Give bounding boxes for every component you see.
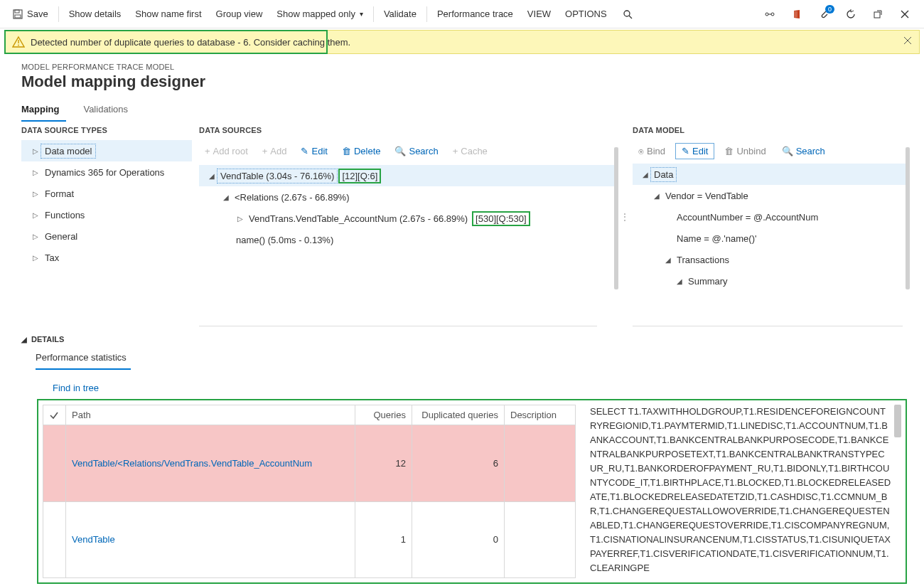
dm-node-data[interactable]: ◢ Data: [633, 164, 910, 185]
expander-icon[interactable]: ▷: [235, 215, 246, 223]
pencil-icon: ✎: [301, 146, 308, 156]
type-format[interactable]: ▷ Format: [21, 183, 192, 204]
ds-node-vendtable[interactable]: ◢ VendTable (3.04s - 76.16%) [12][Q:6]: [199, 165, 618, 186]
edit-label: Edit: [311, 146, 327, 156]
table-row[interactable]: VendTable/<Relations/VendTrans.VendTable…: [43, 425, 576, 502]
scrollbar[interactable]: [614, 147, 618, 289]
dm-node-vendor[interactable]: ◢ Vendor = VendTable: [633, 185, 910, 206]
find-in-tree-label: Find in tree: [53, 383, 99, 393]
expander-icon[interactable]: ◢: [220, 193, 232, 201]
cell-path[interactable]: VendTable/<Relations/VendTrans.VendTable…: [66, 425, 355, 502]
edit-button[interactable]: ✎Edit: [295, 143, 333, 159]
cell-check[interactable]: [43, 425, 66, 502]
type-tax[interactable]: ▷ Tax: [21, 247, 192, 268]
show-mapped-only-button[interactable]: Show mapped only ▾: [269, 0, 370, 28]
scrollbar[interactable]: [894, 405, 901, 437]
type-functions[interactable]: ▷ Functions: [21, 204, 192, 225]
search-button[interactable]: 🔍Search: [389, 143, 444, 159]
delete-label: Delete: [354, 146, 381, 156]
col-path[interactable]: Path: [66, 405, 355, 425]
bind-button[interactable]: ⍟Bind: [633, 144, 671, 159]
expander-icon[interactable]: ▷: [30, 254, 41, 262]
type-general[interactable]: ▷ General: [21, 225, 192, 247]
view-menu[interactable]: VIEW: [520, 0, 558, 28]
dm-edit-button[interactable]: ✎Edit: [675, 143, 714, 159]
table-row[interactable]: VendTable 1 0: [43, 501, 576, 578]
dm-search-button[interactable]: 🔍Search: [776, 144, 831, 159]
options-menu[interactable]: OPTIONS: [558, 0, 614, 28]
save-button[interactable]: Save: [6, 0, 55, 28]
expander-icon[interactable]: ◢: [206, 172, 217, 180]
ds-node-suffix-highlight: [530][Q:530]: [472, 211, 530, 226]
show-name-first-button[interactable]: Show name first: [128, 0, 208, 28]
search-icon: 🔍: [782, 146, 793, 156]
warning-banner: Detected number of duplicate queries to …: [4, 30, 920, 54]
ds-node-relations[interactable]: ◢ <Relations (2.67s - 66.89%): [199, 186, 618, 208]
add-button: +Add: [257, 143, 293, 159]
expander-icon[interactable]: ▷: [30, 147, 41, 155]
add-root-button: +Add root: [199, 143, 254, 159]
attachment-badge: 0: [825, 5, 834, 14]
cell-queries: 1: [355, 501, 412, 578]
office-icon-button[interactable]: [783, 0, 810, 28]
svg-point-15: [18, 45, 19, 46]
cell-path[interactable]: VendTable: [66, 501, 355, 578]
expander-icon[interactable]: ▷: [30, 190, 41, 198]
type-data-model[interactable]: ▷ Data model: [21, 140, 192, 161]
scrollbar[interactable]: [906, 147, 910, 289]
expander-icon[interactable]: ◢: [651, 192, 662, 200]
type-d365[interactable]: ▷ Dynamics 365 for Operations: [21, 161, 192, 183]
delete-button[interactable]: 🗑Delete: [336, 143, 387, 159]
dm-node-label: AccountNumber = @.AccountNum: [674, 211, 821, 224]
cell-dup: 0: [412, 501, 505, 578]
expander-icon[interactable]: ◢: [640, 171, 651, 179]
tab-performance-statistics[interactable]: Performance statistics: [36, 348, 131, 370]
data-source-types-heading: DATA SOURCE TYPES: [21, 126, 192, 140]
col-check[interactable]: [43, 405, 66, 425]
trash-icon: 🗑: [342, 146, 351, 156]
main-columns: DATA SOURCE TYPES ▷ Data model ▷ Dynamic…: [0, 122, 924, 322]
collapse-icon: ◢: [21, 336, 27, 343]
group-view-button[interactable]: Group view: [209, 0, 270, 28]
type-label: Dynamics 365 for Operations: [41, 166, 168, 179]
col-desc[interactable]: Description: [505, 405, 576, 425]
unbind-button[interactable]: 🗑Unbind: [719, 144, 771, 159]
splitter-handle[interactable]: ⋮: [620, 211, 630, 223]
dm-node-name[interactable]: Name = @.'name()': [633, 228, 910, 249]
ds-node-vendtrans[interactable]: ▷ VendTrans.VendTable_AccountNum (2.67s …: [199, 208, 618, 229]
expander-icon[interactable]: ◢: [674, 277, 685, 285]
popout-button[interactable]: [864, 0, 891, 28]
expander-icon[interactable]: ◢: [662, 256, 674, 264]
expander-icon[interactable]: ▷: [30, 233, 41, 240]
refresh-button[interactable]: [837, 0, 864, 28]
divider: [633, 326, 903, 326]
warning-close-button[interactable]: [903, 36, 912, 45]
ds-node-label: VendTable (3.04s - 76.16%): [217, 169, 337, 183]
ds-node-label: <Relations (2.67s - 66.89%): [232, 191, 353, 204]
find-in-tree-link[interactable]: Find in tree: [53, 383, 924, 393]
tab-validations[interactable]: Validations: [83, 100, 135, 122]
view-label: VIEW: [527, 9, 551, 19]
close-button[interactable]: [891, 0, 918, 28]
validate-button[interactable]: Validate: [377, 0, 424, 28]
search-icon: [621, 8, 634, 21]
expander-icon[interactable]: ▷: [30, 169, 41, 176]
dm-node-account[interactable]: AccountNumber = @.AccountNum: [633, 206, 910, 228]
attachments-button[interactable]: 0: [810, 0, 837, 28]
sql-text: SELECT T1.TAXWITHHOLDGROUP,T1.RESIDENCEF…: [590, 406, 891, 573]
cell-check[interactable]: [43, 501, 66, 578]
show-details-button[interactable]: Show details: [62, 0, 129, 28]
col-queries[interactable]: Queries: [355, 405, 412, 425]
check-icon: [49, 410, 59, 420]
performance-trace-button[interactable]: Performance trace: [430, 0, 520, 28]
ds-node-name-fn[interactable]: name() (5.0ms - 0.13%): [199, 229, 618, 250]
col-dup[interactable]: Duplicated queries: [412, 405, 505, 425]
dm-node-summary[interactable]: ◢ Summary: [633, 270, 910, 292]
tab-mapping[interactable]: Mapping: [21, 100, 66, 122]
dm-node-label: Vendor = VendTable: [662, 189, 751, 203]
sql-preview-pane: ⋮ SELECT T1.TAXWITHHOLDGROUP,T1.RESIDENC…: [590, 405, 901, 578]
search-button[interactable]: [614, 0, 641, 28]
expander-icon[interactable]: ▷: [30, 211, 41, 219]
dm-node-transactions[interactable]: ◢ Transactions: [633, 249, 910, 270]
link-icon-button[interactable]: [756, 0, 783, 28]
